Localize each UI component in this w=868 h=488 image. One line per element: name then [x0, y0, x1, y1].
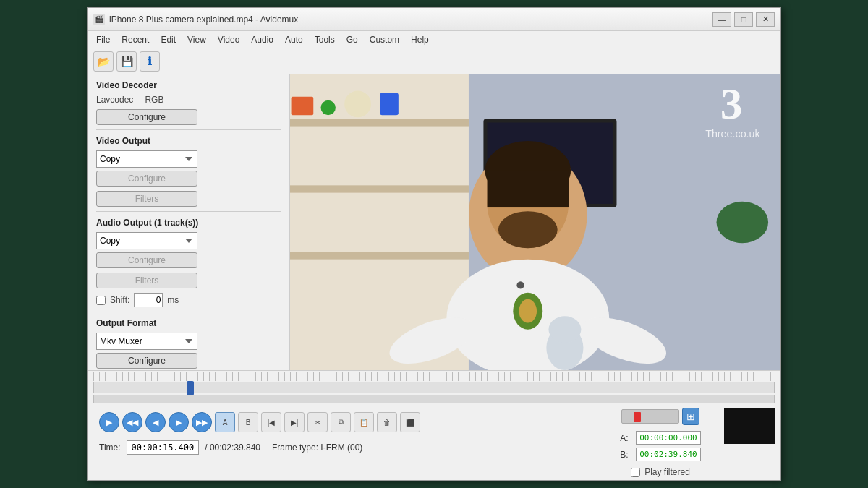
paste-button[interactable]: 📋	[354, 412, 374, 432]
status-row: Time: 00:00:15.400 / 00:02:39.840 Frame …	[93, 437, 597, 458]
marker-a-row: A: 00:00:00.000	[620, 431, 700, 445]
timeline-wrapper	[88, 371, 780, 405]
zoom-scrubber[interactable]	[621, 409, 679, 424]
menu-go[interactable]: Go	[341, 33, 364, 46]
svg-rect-25	[548, 348, 554, 359]
close-button[interactable]: ✕	[756, 12, 775, 27]
video-svg: 3 Three.co.uk	[290, 74, 780, 370]
marker-a-time: 00:00:00.000	[636, 431, 700, 445]
menu-auto[interactable]: Auto	[279, 33, 309, 46]
total-time-display: / 00:02:39.840	[205, 442, 260, 453]
decoder-row: Lavcodec RGB	[96, 95, 281, 105]
play-filtered-row: Play filtered	[631, 467, 690, 477]
save-button[interactable]: 💾	[116, 51, 137, 72]
audio-configure-btn[interactable]: Configure	[96, 252, 197, 268]
output-format-title: Output Format	[96, 318, 281, 328]
open-button[interactable]: 📂	[93, 51, 114, 72]
shift-row: Shift: 0 ms	[96, 293, 281, 307]
svg-rect-2	[290, 119, 469, 126]
video-configure-btn[interactable]: Configure	[96, 171, 197, 187]
play-button[interactable]: ▶	[99, 412, 119, 432]
minimize-button[interactable]: —	[712, 12, 731, 27]
svg-rect-3	[290, 185, 469, 192]
mini-preview	[724, 408, 775, 444]
timeline-bar[interactable]	[93, 382, 775, 393]
controls-area: ▶ ◀◀ ◀ ▶ ▶▶ A B |◀ ▶| ✂	[93, 408, 597, 477]
menu-audio[interactable]: Audio	[245, 33, 279, 46]
format-configure-btn[interactable]: Configure	[96, 353, 197, 369]
menu-bar: File Recent Edit View Video Audio Auto T…	[88, 31, 780, 48]
app-icon: 🎬	[93, 14, 105, 25]
shift-input[interactable]: 0	[134, 293, 163, 307]
svg-point-21	[344, 90, 371, 117]
back-small-button[interactable]: ◀	[145, 412, 166, 432]
copy-button[interactable]: ⧉	[331, 412, 351, 432]
current-time-display[interactable]: 00:00:15.400	[127, 440, 200, 455]
marker-b-row: B: 00:02:39.840	[620, 448, 700, 461]
decoder-configure-btn[interactable]: Configure	[96, 109, 197, 125]
transport-controls: ▶ ◀◀ ◀ ▶ ▶▶ A B |◀ ▶| ✂	[93, 408, 597, 437]
ms-label: ms	[167, 295, 179, 305]
back-large-button[interactable]: ◀◀	[122, 412, 142, 432]
forward-large-button[interactable]: ▶▶	[192, 412, 212, 432]
second-timeline[interactable]	[93, 395, 775, 403]
zoom-button[interactable]: ⊞	[682, 408, 699, 425]
svg-text:3: 3	[720, 79, 743, 128]
window-controls: — □ ✕	[712, 12, 775, 27]
main-window: 🎬 iPhone 8 Plus camera explained.mp4 - A…	[87, 7, 781, 481]
rgb-label: RGB	[145, 95, 163, 105]
menu-edit[interactable]: Edit	[155, 33, 182, 46]
forward-small-button[interactable]: ▶	[169, 412, 189, 432]
svg-rect-19	[292, 97, 314, 116]
audio-filters-btn[interactable]: Filters	[96, 273, 197, 288]
shift-checkbox[interactable]	[96, 296, 106, 305]
bottom-panel: ▶ ◀◀ ◀ ▶ ▶▶ A B |◀ ▶| ✂	[88, 370, 780, 480]
info-button[interactable]: ℹ	[140, 51, 160, 72]
scrubber-handle	[634, 412, 641, 422]
svg-point-18	[516, 281, 524, 288]
menu-recent[interactable]: Recent	[116, 33, 155, 46]
marker-a-button[interactable]: A	[215, 412, 235, 432]
divider-2	[96, 211, 281, 212]
video-decoder-title: Video Decoder	[96, 80, 281, 90]
svg-rect-11	[488, 171, 569, 207]
video-output-title: Video Output	[96, 136, 281, 146]
menu-custom[interactable]: Custom	[364, 33, 405, 46]
maximize-button[interactable]: □	[734, 12, 753, 27]
marker-b-button[interactable]: B	[238, 412, 258, 432]
lavcodec-label: Lavcodec	[96, 95, 133, 105]
menu-view[interactable]: View	[182, 33, 212, 46]
menu-help[interactable]: Help	[405, 33, 435, 46]
play-filtered-label: Play filtered	[644, 467, 690, 477]
marker-b-time: 00:02:39.840	[636, 448, 700, 461]
timeline-cursor[interactable]	[187, 381, 194, 395]
scrubber-row: ⊞	[621, 408, 699, 425]
video-output-select[interactable]: Copy None MPEG-4 AVC HEVC	[96, 150, 197, 168]
prev-keyframe-button[interactable]: |◀	[261, 412, 281, 432]
play-filtered-checkbox[interactable]	[631, 468, 640, 477]
svg-rect-20	[320, 100, 335, 115]
format-select[interactable]: Mkv Muxer MP4 Muxer AVI Muxer	[96, 333, 197, 350]
extra-button[interactable]: ⬛	[400, 412, 420, 432]
menu-tools[interactable]: Tools	[309, 33, 341, 46]
svg-point-15	[519, 299, 537, 323]
menu-file[interactable]: File	[90, 33, 116, 46]
audio-output-select[interactable]: Copy None AAC MP3	[96, 232, 197, 249]
video-display: 3 Three.co.uk	[290, 74, 780, 370]
svg-point-24	[548, 316, 581, 343]
tick-marks	[93, 372, 775, 381]
svg-rect-26	[575, 348, 581, 359]
divider-3	[96, 312, 281, 312]
menu-video[interactable]: Video	[212, 33, 245, 46]
cut-button[interactable]: ✂	[307, 412, 328, 432]
main-area: Video Decoder Lavcodec RGB Configure Vid…	[88, 74, 780, 370]
delete-button[interactable]: 🗑	[377, 412, 397, 432]
svg-point-29	[717, 202, 769, 243]
divider-1	[96, 129, 281, 130]
left-panel: Video Decoder Lavcodec RGB Configure Vid…	[88, 74, 290, 370]
svg-rect-22	[380, 93, 399, 116]
video-filters-btn[interactable]: Filters	[96, 191, 197, 207]
marker-b-label: B:	[620, 450, 631, 460]
next-keyframe-button[interactable]: ▶|	[284, 412, 305, 432]
toolbar: 📂 💾 ℹ	[88, 48, 780, 74]
